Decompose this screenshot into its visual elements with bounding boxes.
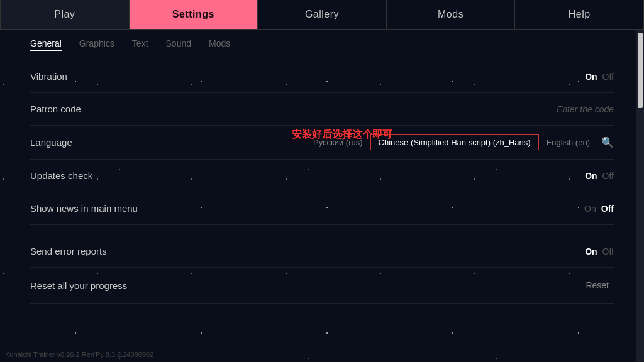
send-error-off[interactable]: Off: [602, 246, 614, 256]
patron-code-placeholder[interactable]: Enter the code: [557, 104, 614, 114]
show-news-label: Show news in main menu: [30, 203, 156, 214]
updates-check-label: Updates check: [30, 170, 156, 181]
sub-tab-mods[interactable]: Mods: [209, 38, 230, 51]
reset-progress-controls: Reset: [580, 278, 614, 293]
tab-play[interactable]: Play: [0, 0, 130, 29]
updates-check-off[interactable]: Off: [602, 171, 614, 181]
tab-mods[interactable]: Mods: [387, 0, 516, 29]
show-news-row: Show news in main menu On Off: [30, 192, 614, 225]
show-news-off[interactable]: Off: [601, 204, 614, 214]
vibration-on[interactable]: On: [585, 72, 597, 82]
tab-help[interactable]: Help: [515, 0, 644, 29]
send-error-row: Send error reports On Off: [30, 235, 614, 268]
language-search-icon[interactable]: 🔍: [601, 136, 614, 148]
patron-code-label: Patron code: [30, 104, 156, 114]
send-error-on[interactable]: On: [585, 246, 597, 256]
tab-settings[interactable]: Settings: [130, 0, 258, 29]
updates-check-row: Updates check On Off: [30, 160, 614, 192]
show-news-controls: On Off: [584, 204, 614, 214]
scrollbar[interactable]: [636, 30, 644, 362]
reset-progress-row: Reset all your progress Reset: [30, 268, 614, 304]
language-row: Language Русский (rus) Chinese (Simplifi…: [30, 126, 614, 160]
reset-progress-button[interactable]: Reset: [580, 278, 614, 293]
reset-progress-label: Reset all your progress: [30, 280, 156, 291]
updates-check-on[interactable]: On: [585, 171, 597, 181]
vibration-row: Vibration On Off: [30, 60, 614, 93]
send-error-label: Send error reports: [30, 246, 156, 256]
language-option-en[interactable]: English (en): [539, 135, 597, 150]
scrollbar-thumb[interactable]: [638, 33, 643, 108]
language-option-zh[interactable]: Chinese (Simplified Han script) (zh_Hans…: [370, 134, 539, 150]
spacer: [30, 225, 614, 235]
send-error-controls: On Off: [585, 246, 614, 256]
updates-check-controls: On Off: [585, 171, 614, 181]
sub-tab-graphics[interactable]: Graphics: [79, 38, 114, 51]
patron-code-row: Patron code Enter the code: [30, 93, 614, 126]
vibration-off[interactable]: Off: [602, 72, 614, 82]
tab-gallery[interactable]: Gallery: [258, 0, 387, 29]
version-text: Kunaichi Trainer v0.26.2 Ren'Py 8.3.2.24…: [5, 351, 153, 358]
show-news-on[interactable]: On: [584, 204, 596, 214]
settings-content: Vibration On Off Patron code Enter the c…: [0, 60, 644, 304]
sub-tab-text[interactable]: Text: [132, 38, 148, 51]
top-navigation: Play Settings Gallery Mods Help: [0, 0, 644, 30]
language-label: Language: [30, 137, 156, 148]
vibration-label: Vibration: [30, 71, 156, 82]
sub-tab-sound[interactable]: Sound: [166, 38, 191, 51]
vibration-controls: On Off: [585, 72, 614, 82]
sub-navigation: General Graphics Text Sound Mods: [0, 30, 644, 60]
language-annotation: 安装好后选择这个即可: [292, 128, 392, 141]
patron-code-controls: Enter the code: [557, 104, 614, 114]
sub-tab-general[interactable]: General: [30, 38, 62, 51]
